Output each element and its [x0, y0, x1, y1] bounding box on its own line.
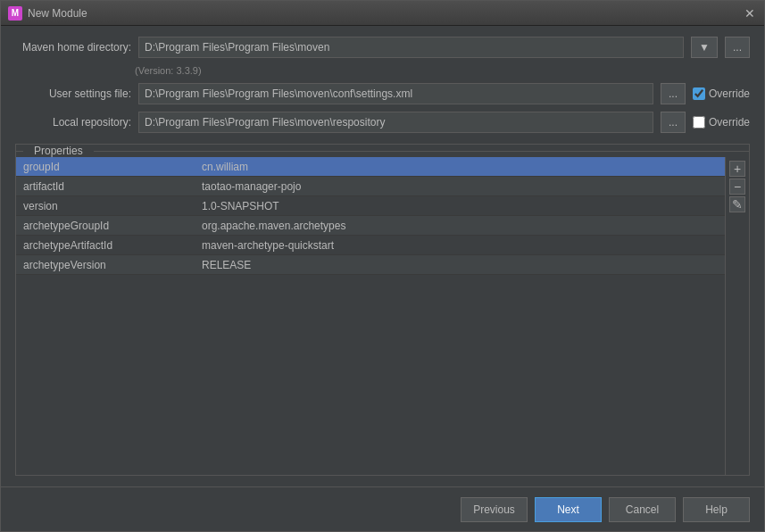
user-settings-override-checkbox[interactable] — [693, 87, 705, 100]
new-module-dialog: M New Module ✕ Maven home directory: ▼ .… — [0, 0, 765, 532]
table-row[interactable]: archetypeArtifactIdmaven-archetype-quick… — [16, 236, 725, 255]
prop-key: artifactId — [23, 180, 202, 193]
prop-key: archetypeVersion — [23, 259, 202, 271]
table-row[interactable]: artifactIdtaotao-manager-pojo — [16, 177, 725, 196]
user-settings-browse-button[interactable]: ... — [661, 83, 686, 104]
local-repo-override-label: Override — [709, 116, 750, 129]
properties-group: Properties groupIdcn.williamartifactIdta… — [15, 144, 750, 476]
group-label-wrapper: Properties — [23, 145, 94, 157]
title-bar: M New Module ✕ — [1, 1, 764, 26]
next-button[interactable]: Next — [535, 497, 602, 522]
group-border — [16, 151, 749, 152]
maven-home-label: Maven home directory: — [15, 41, 131, 54]
local-repo-label: Local repository: — [15, 116, 131, 129]
maven-home-dropdown-button[interactable]: ▼ — [691, 37, 718, 58]
user-settings-row: User settings file: ... Override — [15, 83, 750, 104]
user-settings-label: User settings file: — [15, 87, 131, 100]
help-button[interactable]: Help — [683, 497, 750, 522]
prop-value: taotao-manager-pojo — [202, 180, 718, 193]
properties-label: Properties — [27, 144, 90, 161]
properties-table-container: groupIdcn.williamartifactIdtaotao-manage… — [16, 157, 725, 475]
remove-property-button[interactable]: − — [729, 179, 745, 195]
prop-value: RELEASE — [202, 259, 718, 271]
prop-value: org.apache.maven.archetypes — [202, 220, 718, 232]
user-settings-override-row: Override — [693, 87, 750, 100]
properties-table: groupIdcn.williamartifactIdtaotao-manage… — [16, 157, 725, 275]
maven-home-row: Maven home directory: ▼ ... — [15, 37, 750, 58]
prop-value: 1.0-SNAPSHOT — [202, 200, 718, 212]
prop-value: maven-archetype-quickstart — [202, 239, 718, 252]
prop-key: archetypeArtifactId — [23, 239, 202, 252]
close-button[interactable]: ✕ — [743, 6, 757, 21]
user-settings-override-label: Override — [709, 87, 750, 100]
dialog-footer: Previous Next Cancel Help — [1, 486, 764, 531]
maven-version-text: (Version: 3.3.9) — [135, 65, 750, 76]
table-row[interactable]: groupIdcn.william — [16, 157, 725, 177]
add-property-button[interactable]: + — [729, 161, 745, 177]
edit-property-button[interactable]: ✎ — [729, 196, 745, 212]
local-repo-browse-button[interactable]: ... — [661, 112, 686, 133]
properties-table-area: groupIdcn.williamartifactIdtaotao-manage… — [16, 157, 749, 475]
local-repo-override-checkbox[interactable] — [693, 116, 705, 129]
prop-key: archetypeGroupId — [23, 220, 202, 232]
maven-home-browse-button[interactable]: ... — [725, 37, 750, 58]
cancel-button[interactable]: Cancel — [609, 497, 676, 522]
previous-button[interactable]: Previous — [461, 497, 528, 522]
maven-home-input[interactable] — [138, 37, 684, 58]
prop-value: cn.william — [202, 161, 718, 173]
table-row[interactable]: version1.0-SNAPSHOT — [16, 196, 725, 216]
local-repo-input[interactable] — [138, 112, 653, 133]
group-title-bar: Properties — [16, 145, 749, 157]
user-settings-input[interactable] — [138, 83, 653, 104]
dialog-title: New Module — [28, 7, 87, 20]
prop-key: groupId — [23, 161, 202, 173]
local-repo-row: Local repository: ... Override — [15, 112, 750, 133]
dialog-icon: M — [8, 6, 22, 21]
table-row[interactable]: archetypeVersionRELEASE — [16, 255, 725, 275]
dialog-content: Maven home directory: ▼ ... (Version: 3.… — [1, 26, 764, 486]
prop-key: version — [23, 200, 202, 212]
local-repo-override-row: Override — [693, 116, 750, 129]
side-buttons: + − ✎ — [725, 157, 749, 475]
title-bar-left: M New Module — [8, 6, 87, 21]
table-row[interactable]: archetypeGroupIdorg.apache.maven.archety… — [16, 216, 725, 236]
